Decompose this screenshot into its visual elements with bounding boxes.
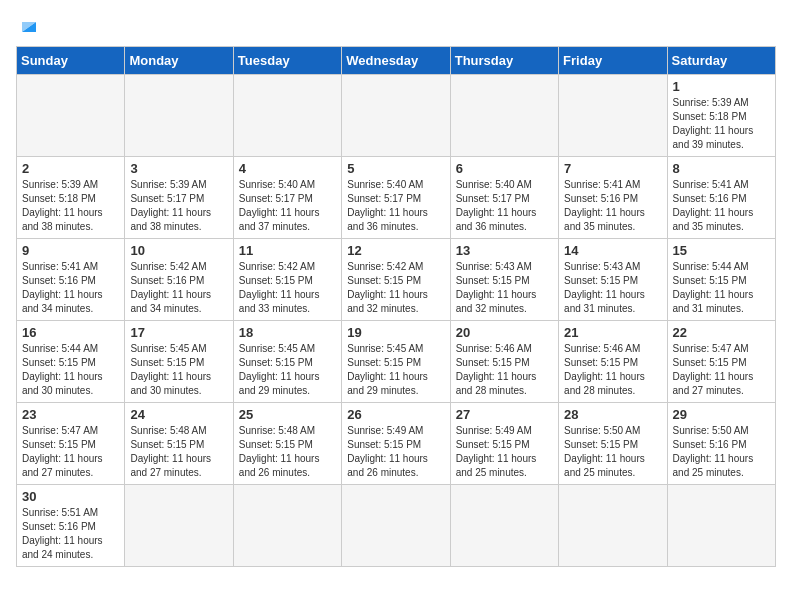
calendar-cell: 14Sunrise: 5:43 AM Sunset: 5:15 PM Dayli… xyxy=(559,239,667,321)
calendar-cell: 26Sunrise: 5:49 AM Sunset: 5:15 PM Dayli… xyxy=(342,403,450,485)
cell-info: Sunrise: 5:47 AM Sunset: 5:15 PM Dayligh… xyxy=(673,342,770,398)
calendar-cell: 28Sunrise: 5:50 AM Sunset: 5:15 PM Dayli… xyxy=(559,403,667,485)
calendar-cell: 24Sunrise: 5:48 AM Sunset: 5:15 PM Dayli… xyxy=(125,403,233,485)
calendar-cell xyxy=(450,75,558,157)
day-header-tuesday: Tuesday xyxy=(233,47,341,75)
calendar-cell: 22Sunrise: 5:47 AM Sunset: 5:15 PM Dayli… xyxy=(667,321,775,403)
day-number: 26 xyxy=(347,407,444,422)
day-number: 12 xyxy=(347,243,444,258)
day-number: 21 xyxy=(564,325,661,340)
day-number: 7 xyxy=(564,161,661,176)
logo xyxy=(16,16,40,36)
day-number: 28 xyxy=(564,407,661,422)
day-header-friday: Friday xyxy=(559,47,667,75)
day-number: 24 xyxy=(130,407,227,422)
calendar-cell: 19Sunrise: 5:45 AM Sunset: 5:15 PM Dayli… xyxy=(342,321,450,403)
calendar-cell: 17Sunrise: 5:45 AM Sunset: 5:15 PM Dayli… xyxy=(125,321,233,403)
day-header-saturday: Saturday xyxy=(667,47,775,75)
calendar-cell xyxy=(342,75,450,157)
calendar-cell: 12Sunrise: 5:42 AM Sunset: 5:15 PM Dayli… xyxy=(342,239,450,321)
calendar-cell xyxy=(233,75,341,157)
cell-info: Sunrise: 5:39 AM Sunset: 5:18 PM Dayligh… xyxy=(22,178,119,234)
calendar-cell: 1Sunrise: 5:39 AM Sunset: 5:18 PM Daylig… xyxy=(667,75,775,157)
calendar-cell: 18Sunrise: 5:45 AM Sunset: 5:15 PM Dayli… xyxy=(233,321,341,403)
day-number: 3 xyxy=(130,161,227,176)
day-header-sunday: Sunday xyxy=(17,47,125,75)
cell-info: Sunrise: 5:47 AM Sunset: 5:15 PM Dayligh… xyxy=(22,424,119,480)
day-number: 11 xyxy=(239,243,336,258)
cell-info: Sunrise: 5:48 AM Sunset: 5:15 PM Dayligh… xyxy=(130,424,227,480)
day-number: 5 xyxy=(347,161,444,176)
calendar-cell: 5Sunrise: 5:40 AM Sunset: 5:17 PM Daylig… xyxy=(342,157,450,239)
cell-info: Sunrise: 5:43 AM Sunset: 5:15 PM Dayligh… xyxy=(564,260,661,316)
day-header-wednesday: Wednesday xyxy=(342,47,450,75)
calendar-cell: 8Sunrise: 5:41 AM Sunset: 5:16 PM Daylig… xyxy=(667,157,775,239)
calendar-cell xyxy=(667,485,775,567)
calendar-cell: 10Sunrise: 5:42 AM Sunset: 5:16 PM Dayli… xyxy=(125,239,233,321)
day-number: 15 xyxy=(673,243,770,258)
calendar-cell: 30Sunrise: 5:51 AM Sunset: 5:16 PM Dayli… xyxy=(17,485,125,567)
calendar-cell: 25Sunrise: 5:48 AM Sunset: 5:15 PM Dayli… xyxy=(233,403,341,485)
day-number: 6 xyxy=(456,161,553,176)
calendar-cell: 16Sunrise: 5:44 AM Sunset: 5:15 PM Dayli… xyxy=(17,321,125,403)
calendar-cell: 15Sunrise: 5:44 AM Sunset: 5:15 PM Dayli… xyxy=(667,239,775,321)
day-number: 30 xyxy=(22,489,119,504)
cell-info: Sunrise: 5:50 AM Sunset: 5:16 PM Dayligh… xyxy=(673,424,770,480)
day-number: 16 xyxy=(22,325,119,340)
cell-info: Sunrise: 5:45 AM Sunset: 5:15 PM Dayligh… xyxy=(347,342,444,398)
calendar-cell: 29Sunrise: 5:50 AM Sunset: 5:16 PM Dayli… xyxy=(667,403,775,485)
day-number: 29 xyxy=(673,407,770,422)
cell-info: Sunrise: 5:46 AM Sunset: 5:15 PM Dayligh… xyxy=(456,342,553,398)
calendar-cell: 2Sunrise: 5:39 AM Sunset: 5:18 PM Daylig… xyxy=(17,157,125,239)
calendar-cell: 13Sunrise: 5:43 AM Sunset: 5:15 PM Dayli… xyxy=(450,239,558,321)
cell-info: Sunrise: 5:40 AM Sunset: 5:17 PM Dayligh… xyxy=(239,178,336,234)
calendar-cell: 11Sunrise: 5:42 AM Sunset: 5:15 PM Dayli… xyxy=(233,239,341,321)
cell-info: Sunrise: 5:39 AM Sunset: 5:17 PM Dayligh… xyxy=(130,178,227,234)
cell-info: Sunrise: 5:44 AM Sunset: 5:15 PM Dayligh… xyxy=(22,342,119,398)
day-number: 1 xyxy=(673,79,770,94)
cell-info: Sunrise: 5:51 AM Sunset: 5:16 PM Dayligh… xyxy=(22,506,119,562)
calendar-cell: 7Sunrise: 5:41 AM Sunset: 5:16 PM Daylig… xyxy=(559,157,667,239)
calendar-cell xyxy=(125,485,233,567)
cell-info: Sunrise: 5:41 AM Sunset: 5:16 PM Dayligh… xyxy=(22,260,119,316)
cell-info: Sunrise: 5:49 AM Sunset: 5:15 PM Dayligh… xyxy=(456,424,553,480)
day-number: 22 xyxy=(673,325,770,340)
cell-info: Sunrise: 5:46 AM Sunset: 5:15 PM Dayligh… xyxy=(564,342,661,398)
cell-info: Sunrise: 5:42 AM Sunset: 5:15 PM Dayligh… xyxy=(239,260,336,316)
calendar-cell: 21Sunrise: 5:46 AM Sunset: 5:15 PM Dayli… xyxy=(559,321,667,403)
day-number: 8 xyxy=(673,161,770,176)
calendar-cell: 9Sunrise: 5:41 AM Sunset: 5:16 PM Daylig… xyxy=(17,239,125,321)
day-number: 23 xyxy=(22,407,119,422)
calendar-cell: 20Sunrise: 5:46 AM Sunset: 5:15 PM Dayli… xyxy=(450,321,558,403)
calendar-cell: 3Sunrise: 5:39 AM Sunset: 5:17 PM Daylig… xyxy=(125,157,233,239)
cell-info: Sunrise: 5:50 AM Sunset: 5:15 PM Dayligh… xyxy=(564,424,661,480)
calendar-cell xyxy=(233,485,341,567)
calendar-cell xyxy=(125,75,233,157)
calendar-cell: 6Sunrise: 5:40 AM Sunset: 5:17 PM Daylig… xyxy=(450,157,558,239)
logo-icon xyxy=(18,14,40,36)
cell-info: Sunrise: 5:41 AM Sunset: 5:16 PM Dayligh… xyxy=(564,178,661,234)
day-number: 17 xyxy=(130,325,227,340)
day-number: 9 xyxy=(22,243,119,258)
cell-info: Sunrise: 5:45 AM Sunset: 5:15 PM Dayligh… xyxy=(239,342,336,398)
cell-info: Sunrise: 5:48 AM Sunset: 5:15 PM Dayligh… xyxy=(239,424,336,480)
calendar-table: SundayMondayTuesdayWednesdayThursdayFrid… xyxy=(16,46,776,567)
cell-info: Sunrise: 5:45 AM Sunset: 5:15 PM Dayligh… xyxy=(130,342,227,398)
day-number: 14 xyxy=(564,243,661,258)
cell-info: Sunrise: 5:49 AM Sunset: 5:15 PM Dayligh… xyxy=(347,424,444,480)
day-number: 25 xyxy=(239,407,336,422)
page-header xyxy=(16,16,776,36)
cell-info: Sunrise: 5:40 AM Sunset: 5:17 PM Dayligh… xyxy=(456,178,553,234)
day-number: 19 xyxy=(347,325,444,340)
cell-info: Sunrise: 5:41 AM Sunset: 5:16 PM Dayligh… xyxy=(673,178,770,234)
cell-info: Sunrise: 5:40 AM Sunset: 5:17 PM Dayligh… xyxy=(347,178,444,234)
cell-info: Sunrise: 5:44 AM Sunset: 5:15 PM Dayligh… xyxy=(673,260,770,316)
calendar-cell xyxy=(559,75,667,157)
day-number: 18 xyxy=(239,325,336,340)
calendar-cell: 23Sunrise: 5:47 AM Sunset: 5:15 PM Dayli… xyxy=(17,403,125,485)
calendar-cell xyxy=(342,485,450,567)
calendar-cell xyxy=(450,485,558,567)
day-header-monday: Monday xyxy=(125,47,233,75)
day-number: 27 xyxy=(456,407,553,422)
cell-info: Sunrise: 5:43 AM Sunset: 5:15 PM Dayligh… xyxy=(456,260,553,316)
